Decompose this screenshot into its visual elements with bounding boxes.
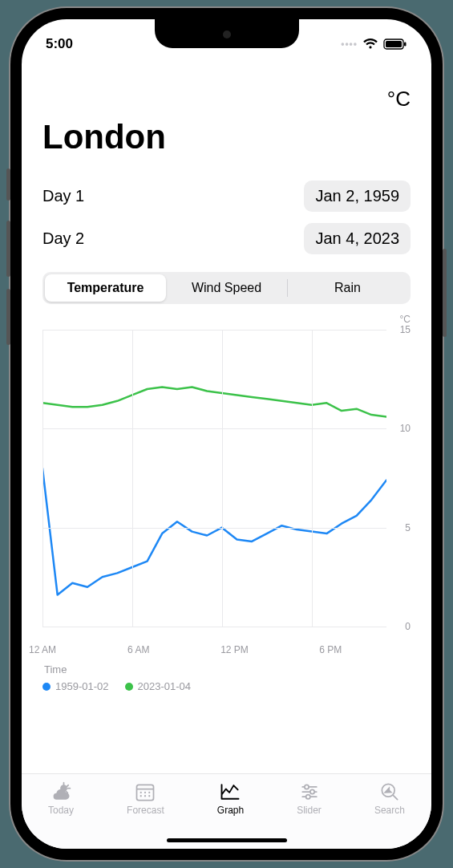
side-button [6,221,10,277]
legend-label: 2023-01-04 [138,680,192,692]
screen: 5:00 •••• °C London Day 1 Jan 2, 1959 Da… [22,19,431,849]
grid-line [132,330,133,627]
x-tick-label: 6 AM [127,644,149,655]
grid-line [312,330,313,627]
tab-label: Forecast [127,805,164,816]
segment-rain[interactable]: Rain [287,274,408,302]
grid-line [42,428,386,429]
svg-point-8 [149,792,151,793]
weather-icon [49,781,73,803]
legend-label: 1959-01-02 [55,680,109,692]
tab-forecast[interactable]: Forecast [127,781,164,816]
side-button [443,249,447,337]
legend-item: 2023-01-04 [125,680,192,692]
date-picker-2[interactable]: Jan 4, 2023 [304,223,411,254]
svg-point-10 [144,795,146,797]
date-picker-1[interactable]: Jan 2, 1959 [304,180,411,212]
segment-temperature[interactable]: Temperature [45,274,166,302]
side-button [6,289,10,345]
svg-point-11 [149,795,151,797]
legend-item: 1959-01-02 [42,680,109,692]
chart-series-line [42,387,386,417]
svg-point-9 [140,795,142,797]
battery-icon [383,39,407,50]
day-row-2: Day 2 Jan 4, 2023 [42,223,411,254]
y-tick-label: 0 [405,621,411,632]
day-label: Day 1 [42,187,84,205]
svg-point-7 [144,792,146,793]
calendar-icon [133,781,157,803]
x-tick-label: 6 PM [319,644,342,655]
phone-frame: 5:00 •••• °C London Day 1 Jan 2, 1959 Da… [10,8,443,860]
tab-bar: Today Forecast Graph Slider Search [22,773,431,849]
tab-search[interactable]: Search [374,781,405,816]
x-axis-title: Time [44,663,411,675]
x-tick-label: 12 PM [220,644,249,655]
svg-rect-2 [404,43,406,47]
grid-line [42,528,386,529]
y-tick-label: 15 [400,324,411,335]
day-label: Day 2 [42,229,84,248]
tab-graph[interactable]: Graph [217,781,244,816]
chart-container: °C 151050 12 AM6 AM12 PM6 PM Time 1959-0… [42,320,411,692]
grid-line [42,330,386,331]
svg-point-15 [304,785,308,789]
notch [155,19,299,48]
legend-dot-icon [42,683,51,691]
svg-point-17 [305,795,309,799]
unit-toggle[interactable]: °C [387,87,411,112]
chart-legend: 1959-01-02 2023-01-04 [42,680,411,692]
slider-icon [297,781,322,803]
y-tick-label: 10 [400,423,411,434]
tab-label: Graph [217,805,244,816]
tab-label: Search [374,805,405,816]
segmented-control: Temperature Wind Speed Rain [42,272,411,304]
tab-slider[interactable]: Slider [297,781,322,816]
search-location-icon [378,781,402,803]
tab-label: Slider [297,805,322,816]
grid-line [42,330,43,627]
svg-line-19 [393,795,397,799]
graph-icon [218,781,242,803]
grid-line [222,330,223,627]
wifi-icon [362,39,378,50]
cellular-dots-icon: •••• [341,39,358,50]
svg-rect-1 [386,41,402,47]
page-title: London [42,118,411,156]
svg-point-16 [309,789,313,793]
status-time: 5:00 [46,36,73,52]
chart-series-line [42,468,386,595]
svg-point-6 [140,792,142,793]
y-tick-label: 5 [405,522,411,533]
legend-dot-icon [125,683,133,691]
home-indicator[interactable] [167,838,287,842]
grid-line [42,627,386,627]
segment-wind-speed[interactable]: Wind Speed [166,274,287,302]
tab-today[interactable]: Today [48,781,74,816]
x-tick-label: 12 AM [29,644,56,655]
side-button [6,168,10,201]
day-row-1: Day 1 Jan 2, 1959 [42,180,411,212]
tab-label: Today [48,805,74,816]
